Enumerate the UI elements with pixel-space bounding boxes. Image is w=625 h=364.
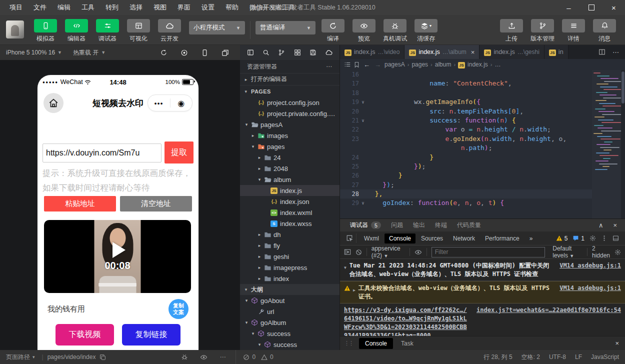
video-player[interactable]: 00:08 bbox=[44, 220, 191, 293]
breadcrumb-item[interactable]: index.js bbox=[468, 61, 488, 68]
真机调试-button[interactable]: 真机调试 bbox=[380, 19, 410, 43]
file-item-fly[interactable]: ▸fly bbox=[240, 240, 340, 251]
editor-tab-video[interactable]: JSindex.js…\video bbox=[340, 45, 404, 59]
avatar[interactable] bbox=[6, 20, 24, 38]
panel-tab-代码质量[interactable]: 代码质量 bbox=[452, 219, 486, 232]
paste-url-button[interactable]: 粘贴地址 bbox=[44, 196, 116, 212]
file-item-pages[interactable]: ▾pages bbox=[240, 141, 340, 152]
expand-caret-icon[interactable]: ▶ bbox=[353, 286, 356, 294]
menu-item[interactable]: 文件 bbox=[28, 0, 52, 15]
cloud-sm-icon[interactable] bbox=[325, 49, 332, 56]
more-dots-button[interactable]: ••• bbox=[148, 100, 170, 107]
menu-item[interactable]: 帮助 bbox=[220, 0, 244, 15]
console-filter-input[interactable] bbox=[432, 247, 546, 258]
play-icon[interactable] bbox=[112, 242, 126, 258]
minimap[interactable] bbox=[592, 70, 621, 218]
status-item[interactable]: UTF-8 bbox=[549, 354, 566, 360]
file-item-dh[interactable]: ▸dh bbox=[240, 229, 340, 240]
maximize-icon[interactable] bbox=[580, 0, 602, 15]
grid-icon[interactable] bbox=[294, 49, 301, 56]
drag-handle-icon[interactable]: ⋮⋮ bbox=[344, 340, 353, 346]
file-item-album[interactable]: ▾album bbox=[240, 174, 340, 185]
copy-path-icon[interactable] bbox=[100, 354, 106, 360]
log-link[interactable]: https://v3-dy.ixigua.com/ff2262c…/641961… bbox=[344, 306, 470, 336]
devtools-tab-sources[interactable]: Sources bbox=[416, 234, 448, 244]
split-icon[interactable] bbox=[598, 48, 606, 56]
video-url-input[interactable] bbox=[42, 144, 162, 162]
bottom-tab-task[interactable]: Task bbox=[395, 338, 420, 349]
menu-item[interactable]: 工具 bbox=[76, 0, 100, 15]
outline-item-success[interactable]: ▾success bbox=[240, 328, 340, 339]
file-item-index.wxml[interactable]: <>index.wxml bbox=[240, 207, 340, 218]
clear-console-icon[interactable] bbox=[356, 249, 362, 256]
file-item-index.js[interactable]: JSindex.js bbox=[240, 185, 340, 196]
device-icon[interactable] bbox=[201, 49, 208, 56]
editor-tab-[interactable]: JSin bbox=[544, 45, 568, 59]
outline-section[interactable]: ▾大纲 bbox=[240, 284, 340, 295]
page-path-selector[interactable]: 页面路径 bbox=[6, 353, 30, 362]
panel-tab-终端[interactable]: 终端 bbox=[430, 219, 452, 232]
版本管理-button[interactable]: 版本管理 bbox=[527, 19, 558, 43]
context-dropdown[interactable]: appservice (#2) ▼ bbox=[372, 245, 406, 259]
breadcrumb-item[interactable]: pages bbox=[412, 61, 428, 68]
columns-icon[interactable] bbox=[247, 49, 254, 56]
exit-target-button[interactable]: ◉ bbox=[170, 98, 192, 108]
breadcrumb-item[interactable]: album bbox=[435, 61, 452, 68]
issues-counter[interactable]: 1 bbox=[572, 235, 584, 242]
bottom-tab-console[interactable]: Console bbox=[359, 338, 393, 349]
file-item-24[interactable]: ▸24 bbox=[240, 152, 340, 163]
清缓存-button[interactable]: ▾清缓存 bbox=[410, 19, 442, 43]
more-icon[interactable]: ⋯ bbox=[220, 354, 226, 360]
download-video-button[interactable]: 下载视频 bbox=[56, 324, 114, 346]
copy-caption-button[interactable]: 复制文案 bbox=[168, 299, 188, 319]
breadcrumb-item[interactable]: … bbox=[494, 61, 500, 68]
编译-button[interactable]: 编译 bbox=[318, 19, 348, 43]
crumb-list-icon[interactable] bbox=[344, 61, 351, 68]
more-actions-icon[interactable]: ⋯ bbox=[612, 48, 619, 56]
上传-button[interactable]: 上传 bbox=[496, 19, 527, 43]
extract-button[interactable]: 提取 bbox=[164, 142, 194, 164]
gear-icon[interactable] bbox=[590, 235, 596, 242]
outline-item-goAbout[interactable]: ▾goAbout bbox=[240, 295, 340, 306]
eye-icon[interactable] bbox=[200, 354, 208, 361]
hot-reload-toggle[interactable]: 热重载 开 bbox=[73, 48, 98, 57]
menu-item[interactable]: 界面 bbox=[172, 0, 196, 15]
bookmark-icon[interactable] bbox=[354, 62, 360, 68]
record-icon[interactable] bbox=[180, 49, 188, 56]
可视化-button[interactable]: 可视化 bbox=[123, 19, 154, 43]
dock-icon[interactable] bbox=[612, 235, 619, 242]
warnings-counter[interactable]: 5 bbox=[556, 235, 568, 242]
expand-caret-icon[interactable]: ▼ bbox=[344, 264, 346, 272]
模拟器-button[interactable]: 模拟器 bbox=[30, 19, 61, 43]
close-panel-icon[interactable]: × bbox=[615, 340, 621, 347]
live-expression-eye-icon[interactable] bbox=[414, 248, 422, 256]
file-item-geshi[interactable]: ▸geshi bbox=[240, 251, 340, 262]
outline-item-goAlbum[interactable]: ▾goAlbum bbox=[240, 317, 340, 328]
云开发-button[interactable]: 云开发 bbox=[154, 19, 185, 43]
log-source-link[interactable]: index.js?t=wechat&s=…22ae0d1f8e7016fc:54 bbox=[476, 306, 621, 314]
log-source-link[interactable]: VM14 asdebug.js:1 bbox=[560, 284, 621, 292]
forward-arrow-icon[interactable]: → bbox=[374, 61, 381, 68]
cascade-icon[interactable] bbox=[222, 49, 229, 56]
problems-indicator[interactable]: 0 0 bbox=[243, 354, 273, 360]
file-item-index.wxss[interactable]: Sindex.wxss bbox=[240, 218, 340, 229]
clear-url-button[interactable]: 清空地址 bbox=[120, 196, 192, 212]
file-item-pagesA[interactable]: ▾pagesA bbox=[240, 119, 340, 130]
kebab-icon[interactable] bbox=[601, 235, 608, 242]
panel-tab-输出[interactable]: 输出 bbox=[408, 219, 430, 232]
minimize-icon[interactable]: – bbox=[558, 0, 580, 15]
outline-item-url[interactable]: url bbox=[240, 306, 340, 317]
more-actions-icon[interactable]: ⋯ bbox=[326, 63, 332, 70]
file-item-imagepress[interactable]: ▸imagepress bbox=[240, 262, 340, 273]
status-item[interactable]: 空格: 2 bbox=[522, 353, 540, 362]
panel-tab-问题[interactable]: 问题 bbox=[386, 219, 408, 232]
inspect-icon[interactable] bbox=[346, 234, 353, 242]
status-item[interactable]: LF bbox=[575, 354, 582, 360]
project-section[interactable]: ▾ PAGES bbox=[240, 85, 340, 97]
devtools-tab-performance[interactable]: Performance bbox=[480, 234, 524, 244]
file-item-2048[interactable]: ▸2048 bbox=[240, 163, 340, 174]
menu-item[interactable]: 项目 bbox=[4, 0, 28, 15]
详情-button[interactable]: 详情 bbox=[558, 19, 589, 43]
outline-item-success[interactable]: ▾success bbox=[240, 339, 340, 350]
devtools-tab-console[interactable]: Console bbox=[384, 234, 416, 244]
